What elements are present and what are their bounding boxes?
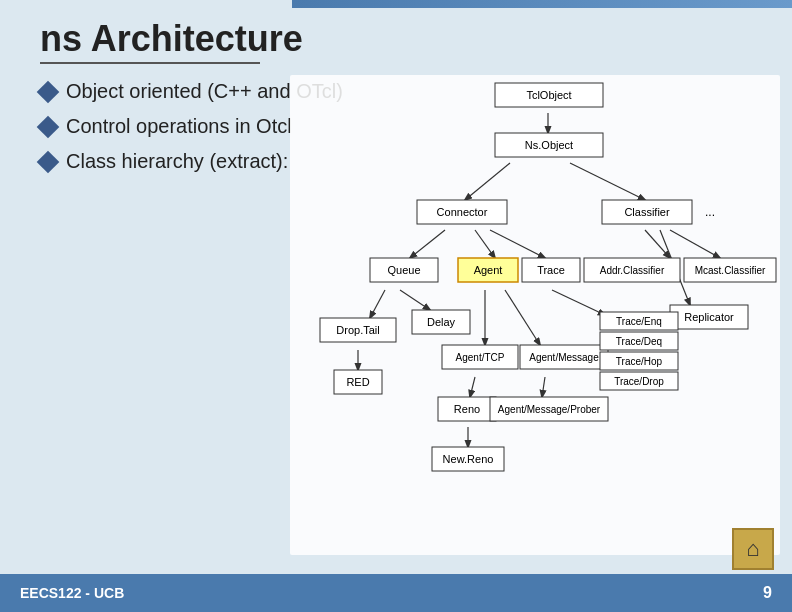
node-delay: Delay [427,316,456,328]
bullet-diamond-3 [37,150,60,173]
node-nsobject: Ns.Object [525,139,573,151]
top-accent-bar [292,0,792,8]
title-underline [40,62,260,64]
node-droptail: Drop.Tail [336,324,379,336]
node-addrclassifier: Addr.Classifier [600,265,665,276]
node-classifier: Classifier [624,206,670,218]
bullet-diamond-1 [37,80,60,103]
node-tracedeq: Trace/Deq [616,336,662,347]
node-agentmessageprober: Agent/Message/Prober [498,404,601,415]
node-tracedrop: Trace/Drop [614,376,664,387]
node-tclobject: TclObject [526,89,571,101]
page-number: 9 [763,584,772,602]
node-tracehop: Trace/Hop [616,356,663,367]
node-agentmessage: Agent/Message [529,352,599,363]
node-agent: Agent [474,264,503,276]
home-icon: ⌂ [746,536,759,562]
node-replicator: Replicator [684,311,734,323]
node-agenttcp: Agent/TCP [456,352,505,363]
footer-label: EECS122 - UCB [20,585,124,601]
node-queue: Queue [387,264,420,276]
node-mcastclassifier: Mcast.Classifier [695,265,766,276]
node-traceenq: Trace/Enq [616,316,662,327]
bullet-diamond-2 [37,115,60,138]
bottom-bar: EECS122 - UCB 9 [0,574,792,612]
node-trace: Trace [537,264,565,276]
node-reno: Reno [454,403,480,415]
class-hierarchy-diagram: TclObject Ns.Object Connector Classifier… [290,75,780,565]
slide-title: ns Architecture [40,18,303,60]
dots-classifier: ... [705,205,715,219]
node-connector: Connector [437,206,488,218]
diagram-svg: TclObject Ns.Object Connector Classifier… [290,75,780,565]
home-button[interactable]: ⌂ [732,528,774,570]
node-newreno: New.Reno [443,453,494,465]
node-red: RED [346,376,369,388]
slide: ns Architecture Object oriented (C++ and… [0,0,792,612]
